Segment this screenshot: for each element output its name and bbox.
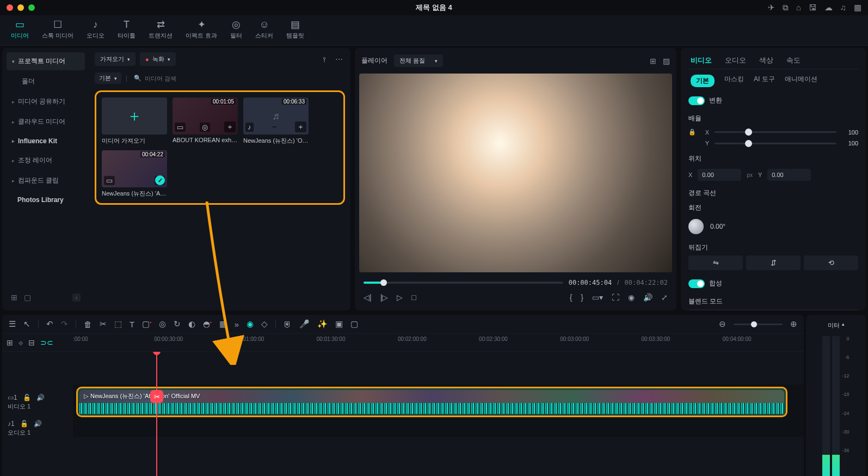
sidebar-item-project-media[interactable]: ▾프로젝트 미디어 [7, 52, 85, 70]
flip-horizontal-button[interactable]: ⇋ [688, 255, 743, 270]
media-search-input[interactable] [145, 75, 343, 82]
monitor-icon[interactable]: ⧉ [783, 3, 789, 13]
new-folder-icon[interactable]: ⊞ [11, 293, 17, 302]
laptop-icon[interactable]: ⌂ [796, 3, 801, 13]
delete-button[interactable]: 🗑 [84, 320, 92, 329]
tab-sticker[interactable]: ☺스티커 [255, 20, 273, 40]
tab-title[interactable]: T타이틀 [118, 20, 136, 40]
mic-icon[interactable]: 🎤 [299, 319, 310, 329]
aspect-icon[interactable]: ▭▾ [592, 293, 603, 302]
add-track-icon[interactable]: ⊞ [7, 338, 13, 347]
history-tool[interactable]: ↻ [174, 319, 181, 329]
grid-icon[interactable]: ▦ [854, 3, 861, 13]
magnet-icon[interactable]: ⊃⊂ [40, 338, 53, 347]
palette-tool[interactable]: ◓• [203, 319, 212, 329]
media-card[interactable]: ♬00:06:33♪＋ NewJeans (뉴진스) 'O… [243, 97, 309, 145]
scale-y-slider[interactable] [715, 143, 836, 144]
lock-track-icon[interactable]: 🔓 [20, 420, 28, 428]
add-to-timeline[interactable]: ＋ [224, 121, 236, 132]
tag-tool[interactable]: ◎ [159, 319, 166, 329]
preview-icon[interactable]: ▭ [175, 123, 186, 132]
subtab-basic[interactable]: 기본 [691, 75, 715, 87]
color-tool[interactable]: ◐ [188, 319, 195, 329]
wand-icon[interactable]: ✨ [317, 319, 328, 329]
shield-icon[interactable]: ⛨ [284, 320, 292, 329]
play-button[interactable]: ▷ [397, 293, 403, 302]
crop-tool[interactable]: ⬚ [114, 319, 122, 329]
ai-button[interactable]: ◉ [247, 319, 254, 329]
sort-dropdown[interactable]: 기본▾ [95, 72, 121, 84]
minimize-window[interactable] [17, 4, 24, 11]
playhead[interactable] [156, 352, 157, 476]
mute-track-icon[interactable]: 🔊 [34, 420, 42, 428]
blend-mode-dropdown[interactable]: 차이▾ [688, 309, 858, 310]
track-link-icon[interactable]: ⟐ [19, 338, 23, 347]
tab-stock-media[interactable]: ☐스톡 미디어 [42, 20, 73, 40]
preview-icon[interactable]: ▭ [104, 176, 115, 185]
subtab-masking[interactable]: 마스킹 [724, 75, 744, 87]
expand-icon[interactable]: ⤢ [661, 293, 668, 302]
next-frame-button[interactable]: |▷ [380, 293, 389, 302]
video-preview[interactable] [359, 74, 672, 272]
frame-icon[interactable]: ▢ [350, 319, 358, 329]
cloud-icon[interactable]: ☁ [824, 3, 833, 13]
media-card[interactable]: 00:01:05▭◎＋ ABOUT KOREAN exh… [173, 97, 238, 145]
mark-out-button[interactable]: } [581, 293, 583, 302]
lock-track-icon[interactable]: 🔓 [23, 394, 31, 401]
tab-media[interactable]: ▭미디어 [11, 20, 29, 40]
add-to-timeline[interactable]: ＋ [295, 121, 306, 132]
media-card-selected[interactable]: 00:04:22▭◎✓ NewJeans (뉴진스) 'A… [102, 150, 167, 198]
scale-x-slider[interactable] [715, 131, 836, 133]
grid-view-icon[interactable]: ⊞ [650, 57, 656, 65]
close-window[interactable] [7, 4, 13, 11]
chevron-up-icon[interactable]: ▴ [842, 321, 845, 329]
transform-toggle[interactable] [688, 96, 705, 105]
zoom-slider[interactable] [734, 324, 783, 325]
import-media-card[interactable]: ＋ 미디어 가져오기 [102, 97, 167, 145]
track-lock-icon[interactable]: ⊟ [28, 338, 35, 347]
headphone-icon[interactable]: ♫ [840, 3, 846, 13]
collapse-sidebar[interactable]: ‹ [72, 294, 81, 302]
mute-track-icon[interactable]: 🔊 [36, 394, 45, 401]
undo-button[interactable]: ↶ [46, 319, 53, 329]
tab-color[interactable]: 색상 [759, 56, 773, 65]
flip-both-button[interactable]: ⟲ [804, 255, 858, 270]
lock-icon[interactable]: 🔒 [688, 129, 696, 136]
adjust-tool[interactable]: ▦ [219, 319, 227, 329]
flip-vertical-button[interactable]: ⇵ [746, 255, 801, 270]
player-tab[interactable]: 플레이어 [361, 56, 387, 65]
position-x-input[interactable] [698, 169, 741, 181]
record-dropdown[interactable]: ●녹화▾ [140, 52, 176, 66]
video-track-lane[interactable]: ▷NewJeans (뉴진스) 'Attention' Official MV [73, 385, 804, 419]
maximize-window[interactable] [28, 4, 35, 11]
prev-frame-button[interactable]: ◁| [364, 293, 372, 302]
timeline-ruler[interactable]: :00:00 00:00:30:00 00:01:00:00 00:01:30:… [73, 336, 804, 349]
mark-in-button[interactable]: { [570, 293, 572, 302]
tab-filter[interactable]: ◎필터 [230, 20, 242, 40]
tab-speed[interactable]: 속도 [786, 56, 801, 65]
folder-icon[interactable]: ▢ [24, 293, 31, 302]
snapshot-icon[interactable]: ◉ [628, 293, 635, 302]
tab-template[interactable]: ▤템플릿 [286, 20, 304, 40]
import-dropdown[interactable]: 가져오기▾ [95, 52, 136, 66]
more-tools[interactable]: » [235, 320, 239, 329]
picture-icon[interactable]: ▨ [663, 57, 670, 65]
subtab-animation[interactable]: 애니메이션 [785, 75, 817, 87]
sidebar-item-share-media[interactable]: ▸미디어 공유하기 [7, 93, 85, 111]
stop-button[interactable]: □ [411, 293, 416, 302]
position-y-input[interactable] [767, 169, 811, 181]
compositing-toggle[interactable] [688, 279, 705, 288]
send-icon[interactable]: ✈ [768, 3, 775, 13]
subtab-ai-tools[interactable]: AI 도구 [754, 75, 775, 87]
tab-transition[interactable]: ⇄트랜지션 [149, 20, 173, 40]
tab-audio[interactable]: ♪오디오 [87, 20, 104, 40]
preview-scrubber[interactable] [364, 282, 563, 284]
cut-indicator[interactable]: ✂ [150, 390, 163, 403]
sidebar-item-compound-clip[interactable]: ▸컴파운드 클립 [7, 172, 85, 190]
window-controls[interactable] [7, 4, 35, 11]
video-track-icon[interactable]: ▭1 [8, 394, 17, 401]
more-icon[interactable]: ⋯ [333, 53, 345, 66]
pointer-tool[interactable]: ↖ [23, 319, 30, 329]
tab-audio-insp[interactable]: 오디오 [725, 56, 746, 65]
text-tool[interactable]: T [130, 320, 134, 329]
